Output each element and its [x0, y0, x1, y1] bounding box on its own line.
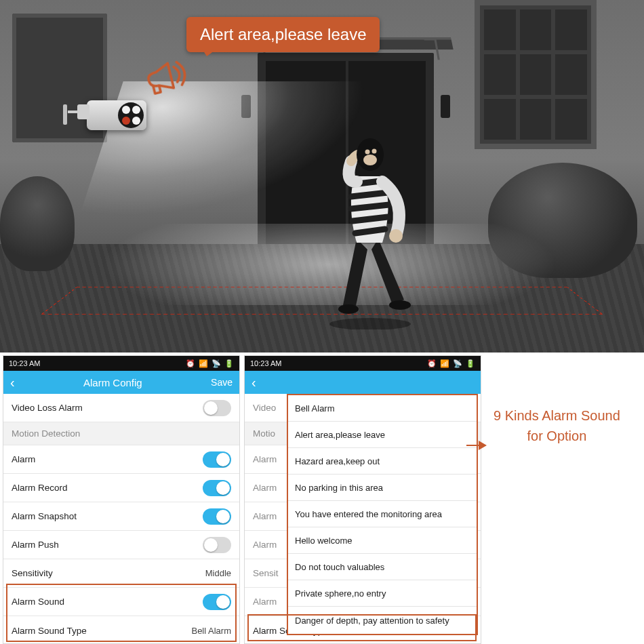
sensitivity-value: Middle	[205, 568, 231, 578]
status-time: 10:23 AM	[9, 359, 40, 367]
status-icons	[186, 359, 234, 368]
svg-line-7	[355, 229, 385, 233]
phone-screenshot-2: 10:23 AM ‹ Video Motio Alarm Alarm Alarm…	[244, 355, 481, 644]
option-monitoring-area[interactable]: You have entered the monitoring area	[288, 501, 477, 527]
alarm-sound-dropdown: Bell Alarm Alert area,please leave Hazar…	[287, 394, 478, 635]
row-alarm[interactable]: Alarm	[3, 445, 239, 474]
row-alarm-snapshot[interactable]: Alarm Snapshot	[3, 502, 239, 531]
alarm-faded-label: Alarm	[253, 540, 277, 550]
alarm-sound-toggle[interactable]	[203, 594, 231, 610]
status-bar: 10:23 AM	[3, 356, 239, 371]
callout-text: 9 Kinds Alarm Sound for Option	[494, 405, 620, 446]
wall-sconce-right	[441, 95, 450, 118]
alarm-sound-type-label: Alarm Sound Type	[12, 626, 87, 636]
callout-line-1: 9 Kinds Alarm Sound	[494, 405, 620, 426]
callout-arrow-icon	[479, 441, 487, 450]
option-do-not-touch[interactable]: Do not touch valuables	[288, 554, 477, 580]
alarm-toggle[interactable]	[203, 451, 231, 468]
status-icons	[427, 359, 475, 368]
signal-icon	[440, 359, 449, 368]
row-alarm-push[interactable]: Alarm Push	[3, 531, 239, 559]
svg-point-11	[365, 150, 370, 155]
alarm-record-label: Alarm Record	[12, 483, 68, 493]
nav-title: Alarm Config	[15, 377, 211, 388]
sensitivity-label: Sensitivity	[12, 568, 53, 578]
speech-bubble: Alert area,please leave	[186, 17, 380, 52]
row-sensitivity[interactable]: Sensitivity Middle	[3, 559, 239, 588]
section-motion-detection: Motion Detection	[3, 422, 239, 445]
sensitivity-faded-label: Sensit	[253, 568, 279, 578]
option-bell-alarm[interactable]: Bell Alarm	[288, 395, 477, 422]
battery-icon	[466, 359, 475, 368]
svg-point-1	[338, 304, 359, 314]
svg-point-2	[389, 300, 411, 310]
option-hello-welcome[interactable]: Hello welcome	[288, 527, 477, 554]
row-video-loss-alarm[interactable]: Video Loss Alarm	[3, 394, 239, 422]
save-button[interactable]: Save	[211, 377, 233, 388]
option-danger-depth[interactable]: Danger of depth, pay attention to safety	[288, 607, 477, 634]
nav-bar: ‹ Alarm Config Save	[3, 371, 239, 394]
shrub-right	[488, 163, 637, 278]
alarm-faded-label: Alarm	[253, 483, 277, 493]
row-alarm-sound-type[interactable]: Alarm Sound Type Bell Alarm	[3, 616, 239, 644]
row-alarm-sound[interactable]: Alarm Sound	[3, 588, 239, 616]
video-faded-label: Video	[253, 403, 276, 413]
back-button[interactable]: ‹	[251, 376, 256, 389]
option-no-parking[interactable]: No parking in this area	[288, 475, 477, 501]
alarm-faded-label: Alarm	[253, 511, 277, 521]
alarm-label: Alarm	[12, 454, 35, 464]
bottom-panel: 10:23 AM ‹ Alarm Config Save Video Loss …	[0, 353, 644, 644]
alarm-clock-icon	[186, 359, 195, 368]
svg-point-0	[329, 318, 411, 329]
wall-sconce-left	[241, 95, 251, 118]
shrub-left	[0, 176, 75, 271]
alarm-push-toggle[interactable]	[203, 537, 231, 553]
status-bar: 10:23 AM	[245, 356, 481, 371]
option-alert-area[interactable]: Alert area,please leave	[288, 422, 477, 448]
wifi-icon	[212, 359, 221, 368]
back-button[interactable]: ‹	[10, 376, 15, 389]
alarm-push-label: Alarm Push	[12, 540, 59, 550]
alarm-snapshot-label: Alarm Snapshot	[12, 511, 77, 521]
alarm-sound-type-value: Bell Alarm	[191, 626, 231, 636]
callout-line-2: for Option	[494, 426, 620, 446]
svg-line-5	[351, 205, 389, 209]
row-alarm-record[interactable]: Alarm Record	[3, 474, 239, 502]
option-private-sphere[interactable]: Private sphere,no entry	[288, 580, 477, 607]
alarm-faded-label: Alarm	[253, 597, 277, 607]
alarm-faded-label: Alarm	[253, 454, 277, 464]
nav-bar: ‹	[245, 371, 481, 394]
alarm-record-toggle[interactable]	[203, 480, 231, 496]
signal-icon	[199, 359, 208, 368]
wifi-icon	[453, 359, 462, 368]
svg-point-8	[389, 229, 403, 243]
svg-line-6	[353, 217, 388, 221]
battery-icon	[224, 359, 234, 368]
security-camera	[87, 100, 146, 130]
svg-point-10	[363, 155, 377, 165]
house-window	[475, 0, 597, 149]
hero-scene: Alert area,please leave	[0, 0, 644, 353]
intruder-figure	[317, 134, 426, 332]
option-hazard-area[interactable]: Hazard area,keep out	[288, 448, 477, 475]
alarm-sound-label: Alarm Sound	[12, 597, 64, 607]
alarm-clock-icon	[427, 359, 437, 368]
svg-line-4	[351, 193, 388, 197]
status-time: 10:23 AM	[250, 359, 281, 367]
alarm-snapshot-toggle[interactable]	[203, 508, 231, 525]
speech-text: Alert area,please leave	[200, 25, 366, 43]
svg-point-12	[372, 149, 377, 154]
phone-screenshot-1: 10:23 AM ‹ Alarm Config Save Video Loss …	[3, 355, 240, 644]
video-loss-label: Video Loss Alarm	[12, 403, 83, 413]
video-loss-toggle[interactable]	[203, 400, 231, 416]
